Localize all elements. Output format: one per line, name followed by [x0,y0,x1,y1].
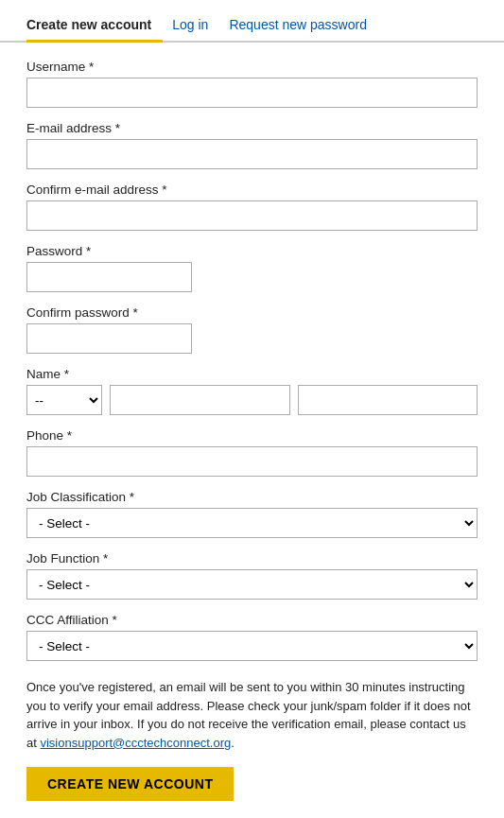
ccc-affiliation-group: CCC Affiliation * - Select - [26,613,478,661]
tab-request-password[interactable]: Request new password [229,11,378,43]
ccc-affiliation-select[interactable]: - Select - [26,631,478,661]
username-group: Username * [26,60,478,108]
phone-label: Phone * [26,428,478,443]
ccc-affiliation-label: CCC Affiliation * [26,613,478,627]
last-name-input[interactable] [298,385,478,415]
tab-login[interactable]: Log in [172,11,219,43]
phone-group: Phone * [26,428,478,477]
name-group: Name * -- Mr. Ms. Mrs. Dr. [26,367,478,415]
confirm-email-input[interactable] [26,200,478,231]
info-text-after: . [231,736,235,750]
email-input[interactable] [26,139,478,169]
phone-input[interactable] [26,446,478,477]
name-title-select[interactable]: -- Mr. Ms. Mrs. Dr. [26,385,102,415]
email-label: E-mail address * [26,121,478,135]
confirm-password-group: Confirm password * [26,305,478,354]
email-group: E-mail address * [26,121,478,169]
create-account-button[interactable]: CREATE NEW ACCOUNT [26,767,234,801]
info-paragraph: Once you've registered, an email will be… [26,678,478,752]
job-classification-label: Job Classification * [26,490,478,504]
name-row: -- Mr. Ms. Mrs. Dr. [26,385,478,415]
first-name-input[interactable] [110,385,290,415]
password-input[interactable] [26,262,192,292]
job-classification-select[interactable]: - Select - [26,508,478,538]
username-label: Username * [26,60,478,74]
tabs-nav: Create new account Log in Request new pa… [0,0,504,43]
create-account-form: Username * E-mail address * Confirm e-ma… [0,43,504,818]
job-function-select[interactable]: - Select - [26,569,478,600]
password-group: Password * [26,244,478,292]
job-function-label: Job Function * [26,551,478,566]
job-function-group: Job Function * - Select - [26,551,478,600]
job-classification-group: Job Classification * - Select - [26,490,478,538]
confirm-email-group: Confirm e-mail address * [26,183,478,231]
confirm-password-input[interactable] [26,323,192,354]
name-label: Name * [26,367,478,381]
confirm-password-label: Confirm password * [26,305,478,320]
tab-create-account[interactable]: Create new account [26,11,163,43]
username-input[interactable] [26,78,478,108]
support-email-link[interactable]: visionsupport@ccctechconnect.org [40,736,231,750]
confirm-email-label: Confirm e-mail address * [26,183,478,197]
password-label: Password * [26,244,478,258]
